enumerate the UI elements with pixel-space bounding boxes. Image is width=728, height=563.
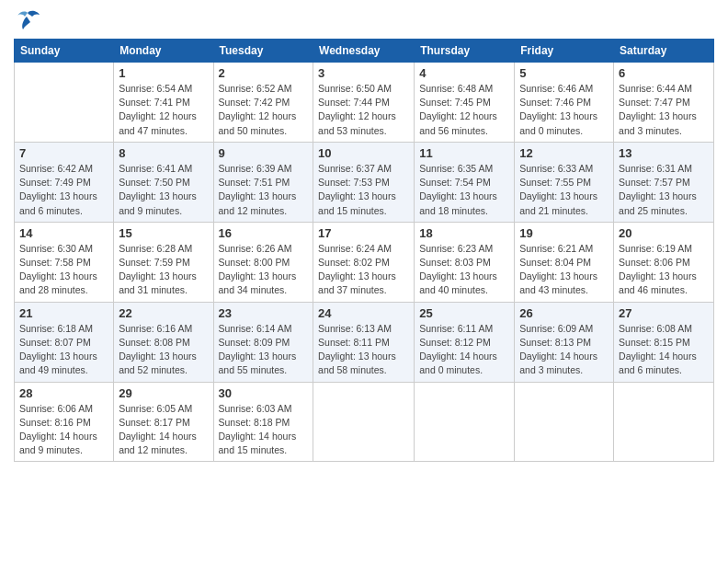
day-number: 11 xyxy=(419,146,509,160)
day-number: 19 xyxy=(519,226,609,240)
day-info: Sunrise: 6:05 AM Sunset: 8:17 PM Dayligh… xyxy=(119,402,208,458)
day-info: Sunrise: 6:30 AM Sunset: 7:58 PM Dayligh… xyxy=(19,242,108,298)
day-number: 29 xyxy=(119,386,208,400)
calendar-cell xyxy=(515,382,614,462)
column-header-monday: Monday xyxy=(114,40,213,63)
calendar-cell: 27Sunrise: 6:08 AM Sunset: 8:15 PM Dayli… xyxy=(614,302,714,382)
day-number: 20 xyxy=(619,226,709,240)
day-number: 2 xyxy=(219,66,309,80)
day-info: Sunrise: 6:26 AM Sunset: 8:00 PM Dayligh… xyxy=(219,242,309,298)
day-info: Sunrise: 6:37 AM Sunset: 7:53 PM Dayligh… xyxy=(318,162,409,218)
day-number: 3 xyxy=(318,66,409,80)
day-number: 27 xyxy=(619,306,709,320)
day-info: Sunrise: 6:23 AM Sunset: 8:03 PM Dayligh… xyxy=(419,242,509,298)
day-info: Sunrise: 6:48 AM Sunset: 7:45 PM Dayligh… xyxy=(419,82,509,138)
column-header-friday: Friday xyxy=(515,40,614,63)
column-header-saturday: Saturday xyxy=(614,40,714,63)
calendar-cell: 24Sunrise: 6:13 AM Sunset: 8:11 PM Dayli… xyxy=(313,302,415,382)
calendar-cell: 7Sunrise: 6:42 AM Sunset: 7:49 PM Daylig… xyxy=(15,142,114,222)
calendar-cell: 14Sunrise: 6:30 AM Sunset: 7:58 PM Dayli… xyxy=(15,222,114,302)
day-number: 14 xyxy=(19,226,108,240)
calendar-cell: 15Sunrise: 6:28 AM Sunset: 7:59 PM Dayli… xyxy=(114,222,213,302)
day-info: Sunrise: 6:44 AM Sunset: 7:47 PM Dayligh… xyxy=(619,82,709,138)
calendar-cell: 11Sunrise: 6:35 AM Sunset: 7:54 PM Dayli… xyxy=(415,142,515,222)
logo-bird-icon xyxy=(14,9,41,31)
header xyxy=(14,9,714,31)
calendar-cell: 23Sunrise: 6:14 AM Sunset: 8:09 PM Dayli… xyxy=(213,302,313,382)
calendar-cell xyxy=(313,382,415,462)
calendar-cell: 18Sunrise: 6:23 AM Sunset: 8:03 PM Dayli… xyxy=(415,222,515,302)
day-info: Sunrise: 6:14 AM Sunset: 8:09 PM Dayligh… xyxy=(219,322,309,378)
logo xyxy=(14,9,45,31)
day-info: Sunrise: 6:31 AM Sunset: 7:57 PM Dayligh… xyxy=(619,162,709,218)
day-info: Sunrise: 6:24 AM Sunset: 8:02 PM Dayligh… xyxy=(318,242,409,298)
day-info: Sunrise: 6:35 AM Sunset: 7:54 PM Dayligh… xyxy=(419,162,509,218)
day-info: Sunrise: 6:21 AM Sunset: 8:04 PM Dayligh… xyxy=(519,242,609,298)
day-number: 16 xyxy=(219,226,309,240)
calendar-cell: 22Sunrise: 6:16 AM Sunset: 8:08 PM Dayli… xyxy=(114,302,213,382)
day-info: Sunrise: 6:19 AM Sunset: 8:06 PM Dayligh… xyxy=(619,242,709,298)
column-header-sunday: Sunday xyxy=(15,40,114,63)
calendar-cell: 29Sunrise: 6:05 AM Sunset: 8:17 PM Dayli… xyxy=(114,382,213,462)
day-number: 24 xyxy=(318,306,409,320)
calendar-cell: 30Sunrise: 6:03 AM Sunset: 8:18 PM Dayli… xyxy=(213,382,313,462)
day-number: 1 xyxy=(119,66,208,80)
day-number: 28 xyxy=(19,386,108,400)
day-info: Sunrise: 6:18 AM Sunset: 8:07 PM Dayligh… xyxy=(19,322,108,378)
calendar-cell: 10Sunrise: 6:37 AM Sunset: 7:53 PM Dayli… xyxy=(313,142,415,222)
day-info: Sunrise: 6:50 AM Sunset: 7:44 PM Dayligh… xyxy=(318,82,409,138)
calendar-cell xyxy=(415,382,515,462)
day-info: Sunrise: 6:54 AM Sunset: 7:41 PM Dayligh… xyxy=(119,82,208,138)
calendar-cell: 8Sunrise: 6:41 AM Sunset: 7:50 PM Daylig… xyxy=(114,142,213,222)
day-info: Sunrise: 6:09 AM Sunset: 8:13 PM Dayligh… xyxy=(519,322,609,378)
calendar-cell: 5Sunrise: 6:46 AM Sunset: 7:46 PM Daylig… xyxy=(515,63,614,143)
day-number: 18 xyxy=(419,226,509,240)
page-container: SundayMondayTuesdayWednesdayThursdayFrid… xyxy=(0,0,728,471)
calendar-cell: 28Sunrise: 6:06 AM Sunset: 8:16 PM Dayli… xyxy=(15,382,114,462)
calendar-cell: 1Sunrise: 6:54 AM Sunset: 7:41 PM Daylig… xyxy=(114,63,213,143)
calendar-cell: 19Sunrise: 6:21 AM Sunset: 8:04 PM Dayli… xyxy=(515,222,614,302)
day-info: Sunrise: 6:41 AM Sunset: 7:50 PM Dayligh… xyxy=(119,162,208,218)
calendar-cell: 16Sunrise: 6:26 AM Sunset: 8:00 PM Dayli… xyxy=(213,222,313,302)
day-info: Sunrise: 6:33 AM Sunset: 7:55 PM Dayligh… xyxy=(519,162,609,218)
day-number: 5 xyxy=(519,66,609,80)
calendar-week-row: 28Sunrise: 6:06 AM Sunset: 8:16 PM Dayli… xyxy=(15,382,714,462)
calendar-cell: 2Sunrise: 6:52 AM Sunset: 7:42 PM Daylig… xyxy=(213,63,313,143)
day-number: 21 xyxy=(19,306,108,320)
calendar-cell xyxy=(15,63,114,143)
calendar-cell: 13Sunrise: 6:31 AM Sunset: 7:57 PM Dayli… xyxy=(614,142,714,222)
day-number: 15 xyxy=(119,226,208,240)
day-number: 6 xyxy=(619,66,709,80)
calendar-header-row: SundayMondayTuesdayWednesdayThursdayFrid… xyxy=(15,40,714,63)
day-number: 17 xyxy=(318,226,409,240)
day-number: 23 xyxy=(219,306,309,320)
calendar-week-row: 14Sunrise: 6:30 AM Sunset: 7:58 PM Dayli… xyxy=(15,222,714,302)
calendar-cell: 3Sunrise: 6:50 AM Sunset: 7:44 PM Daylig… xyxy=(313,63,415,143)
calendar-cell: 26Sunrise: 6:09 AM Sunset: 8:13 PM Dayli… xyxy=(515,302,614,382)
calendar-table: SundayMondayTuesdayWednesdayThursdayFrid… xyxy=(14,39,714,462)
day-info: Sunrise: 6:28 AM Sunset: 7:59 PM Dayligh… xyxy=(119,242,208,298)
day-info: Sunrise: 6:11 AM Sunset: 8:12 PM Dayligh… xyxy=(419,322,509,378)
day-number: 4 xyxy=(419,66,509,80)
day-number: 7 xyxy=(19,146,108,160)
day-info: Sunrise: 6:06 AM Sunset: 8:16 PM Dayligh… xyxy=(19,402,108,458)
day-info: Sunrise: 6:03 AM Sunset: 8:18 PM Dayligh… xyxy=(219,402,309,458)
day-number: 22 xyxy=(119,306,208,320)
day-info: Sunrise: 6:52 AM Sunset: 7:42 PM Dayligh… xyxy=(219,82,309,138)
column-header-thursday: Thursday xyxy=(415,40,515,63)
day-info: Sunrise: 6:16 AM Sunset: 8:08 PM Dayligh… xyxy=(119,322,208,378)
calendar-cell: 4Sunrise: 6:48 AM Sunset: 7:45 PM Daylig… xyxy=(415,63,515,143)
day-number: 30 xyxy=(219,386,309,400)
column-header-tuesday: Tuesday xyxy=(213,40,313,63)
calendar-cell: 6Sunrise: 6:44 AM Sunset: 7:47 PM Daylig… xyxy=(614,63,714,143)
day-number: 25 xyxy=(419,306,509,320)
day-info: Sunrise: 6:39 AM Sunset: 7:51 PM Dayligh… xyxy=(219,162,309,218)
calendar-cell: 20Sunrise: 6:19 AM Sunset: 8:06 PM Dayli… xyxy=(614,222,714,302)
day-number: 12 xyxy=(519,146,609,160)
day-number: 26 xyxy=(519,306,609,320)
calendar-cell: 21Sunrise: 6:18 AM Sunset: 8:07 PM Dayli… xyxy=(15,302,114,382)
day-number: 9 xyxy=(219,146,309,160)
calendar-week-row: 1Sunrise: 6:54 AM Sunset: 7:41 PM Daylig… xyxy=(15,63,714,143)
calendar-cell xyxy=(614,382,714,462)
day-number: 10 xyxy=(318,146,409,160)
